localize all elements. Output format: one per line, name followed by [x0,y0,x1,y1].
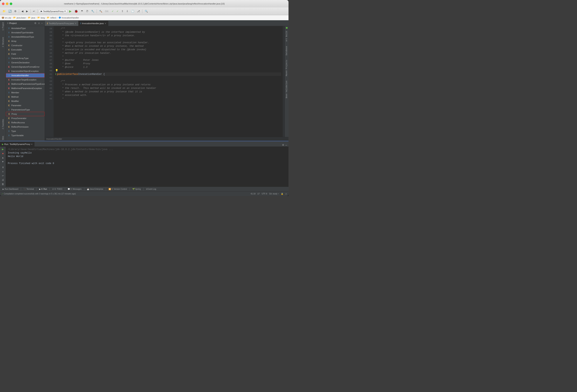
run-pause-btn[interactable]: ⏸ [1,166,5,169]
git-check2-btn[interactable]: ✓ [115,9,120,13]
tab-close-inv[interactable]: ✕ [105,22,106,25]
profile-btn[interactable]: ⏱ [85,9,89,13]
run-btn[interactable]: ▶ [68,9,72,14]
debug-btn[interactable]: 🐞 [73,9,79,14]
code-content[interactable]: /** * {@code InvocationHandler} is the i… [54,26,283,137]
git-check1-btn[interactable]: ✓ [111,9,115,13]
status-position[interactable]: 41:18 [251,193,255,195]
run-settings-btn[interactable]: ⚙ [282,143,284,146]
tree-item-reflectpermission[interactable]: CReflectPermission [6,125,45,129]
footer-tool-java-enterprise[interactable]: ☕ Java Enterprise [85,187,105,191]
sync-btn[interactable]: 🔄 [7,9,12,13]
sidebar-structure-btn[interactable]: 2: Structure [0,36,5,48]
project-folder-btn[interactable]: 📁 [1,9,7,13]
breadcrumb-java[interactable]: 📂 java [28,16,35,19]
minimize-button[interactable] [6,2,8,5]
run-down-btn[interactable]: ▼ [1,160,5,163]
footer-tool-terminal[interactable]: ⬛ Terminal [22,187,36,191]
tree-item-method[interactable]: CMethod [6,95,45,99]
footer-tool-6--todo[interactable]: ☑ 6: TODO [51,187,64,191]
panel-minimize-btn[interactable]: – [41,21,43,25]
right-label-database[interactable]: Database [285,44,288,57]
tree-item-reflectaccess[interactable]: CReflectAccess [6,120,45,125]
tree-item-proxygenerator[interactable]: CProxyGenerator [6,116,45,120]
close-button[interactable] [2,2,4,5]
git-push-btn[interactable]: ⇧ [120,9,124,13]
run-toggle-btn[interactable]: ≡ [1,170,5,173]
sidebar-favorites-btn[interactable]: 2: Favorites [0,118,5,130]
build-btn[interactable]: 🔨 [98,9,103,13]
run-print-btn[interactable]: 🖨 [1,178,5,181]
run-restart-btn[interactable]: ▶ [1,147,5,151]
editor-scrollbar[interactable] [283,26,285,137]
tree-item-typevariable[interactable]: ITypeVariable [6,133,45,138]
forward-btn[interactable]: ▶ [25,9,29,13]
tree-item-genericsignatureformaterror[interactable]: EGenericSignatureFormatError [6,65,45,69]
tree-item-parameterizedtype[interactable]: IParameterizedType [6,107,45,112]
concurrency-btn[interactable]: 🔧 [90,9,95,13]
tree-item-annotatedtype[interactable]: IAnnotatedType [6,26,45,30]
back-btn[interactable]: ◀ [20,9,24,13]
footer-tool-event-log[interactable]: ℹ Event Log [144,187,158,191]
tab-close-test[interactable]: ✕ [75,22,76,25]
git-pull-btn[interactable]: ⇩ [125,9,129,13]
tree-item-array[interactable]: CArray [6,39,45,43]
undo-btn[interactable]: ↩ [32,9,36,13]
status-linesep[interactable]: LF [257,193,260,195]
coverage-btn[interactable]: ☂ [80,9,84,13]
run-output[interactable]: /Library/Java/JavaVirtualMachines/jdk-10… [6,147,288,187]
run-minus-btn[interactable]: – [285,143,287,146]
tree-item-annotatedwildcardtype[interactable]: IAnnotatedWildcardType [6,35,45,39]
tree-item-malformedparameterizedtypeexception[interactable]: EMalformedParameterizedTypeException [6,82,45,86]
run-stop-btn[interactable]: ■ [1,152,5,155]
tree-item-genericdeclaration[interactable]: IGenericDeclaration [6,60,45,65]
traffic-lights[interactable] [2,2,12,5]
panel-cog-btn[interactable]: ⚙ [34,21,37,25]
tree-item-constructor[interactable]: CConstructor [6,43,45,47]
tab-testmydynamicproxy[interactable]: J TestMyDynamicProxy.java ✕ [45,21,78,26]
tree-item-member[interactable]: IMember [6,90,45,95]
maximize-button[interactable] [10,2,12,5]
tree-item-annotatedtypevariable[interactable]: IAnnotatedTypeVariable [6,30,45,35]
search-everywhere-btn[interactable]: 🔍 [144,9,149,13]
git-history-btn[interactable]: 🕐 [130,9,135,13]
tab-invocationhandler[interactable]: I InvocationHandler.java ✕ [78,21,108,26]
tree-item-invocationhandler[interactable]: IInvocationHandler [6,73,45,77]
breadcrumb-javabase[interactable]: 📂 java.base [13,16,26,19]
panel-settings-btn[interactable]: ≡ [38,21,40,25]
sidebar-web-btn[interactable]: Web [0,135,5,141]
tree-item-inaccessibleobjectexception[interactable]: EInaccessibleObjectException [6,69,45,73]
status-git[interactable]: Git: study ÷ [269,193,279,195]
tree-item-modifier[interactable]: CModifier [6,99,45,103]
status-encoding[interactable]: UTF-8 [262,193,267,195]
breadcrumb-lang[interactable]: 📂 lang [37,16,45,19]
tree-item-field[interactable]: CField [6,52,45,56]
settings-btn[interactable]: ⚙ [13,9,18,13]
bottom-tab-run[interactable]: ▶ Run: TestMyDynamicProxy ✕ [0,142,35,146]
tree-container[interactable]: IAnnotatedTypeIAnnotatedTypeVariableIAnn… [6,26,45,141]
run-config-selector[interactable]: ▶ TestMyDynamicProxy ▾ [39,9,67,13]
run-up-btn[interactable]: ▲ [1,156,5,159]
right-label-bean[interactable]: Bean Validation [285,79,288,100]
sidebar-project-btn[interactable]: 1: Project [0,21,5,31]
right-label-artbuild[interactable]: Art Build [285,30,288,43]
tree-item-type[interactable]: IType [6,129,45,133]
run-tab-close[interactable]: ✕ [31,143,33,145]
footer-tool-run-dashboard[interactable]: ▶ Run Dashboard [1,187,20,191]
breadcrumb-invhandler[interactable]: 🔷 InvocationHandler [58,16,79,19]
footer-tool-0--messages[interactable]: 💬 0: Messages [66,187,83,191]
tree-item-malformedparametersexception[interactable]: EMalformedParametersException [6,86,45,90]
run-clear-btn[interactable]: 🗑 [1,182,5,186]
tree-item-genericarraytype[interactable]: IGenericArrayType [6,56,45,60]
run-wrap-btn[interactable]: ↩ [1,174,5,178]
tree-item-invocationtargetexception[interactable]: EInvocationTargetException [6,77,45,82]
right-label-maven[interactable]: Maven Projects [285,58,288,78]
tree-item-parameter[interactable]: CParameter [6,103,45,107]
footer-tool-4--run[interactable]: ▶ 4: Run [37,187,48,191]
tree-item-proxy[interactable]: CProxy [6,112,45,116]
footer-tool-spring[interactable]: 🌱 Spring [131,187,143,191]
breadcrumb-reflect[interactable]: 📂 reflect [47,16,56,19]
tree-item-executable[interactable]: CExecutable [6,47,45,52]
git-branch-btn[interactable]: ⎇ [136,9,141,13]
breadcrumb-srczip[interactable]: 📦 src.zip [1,16,11,19]
